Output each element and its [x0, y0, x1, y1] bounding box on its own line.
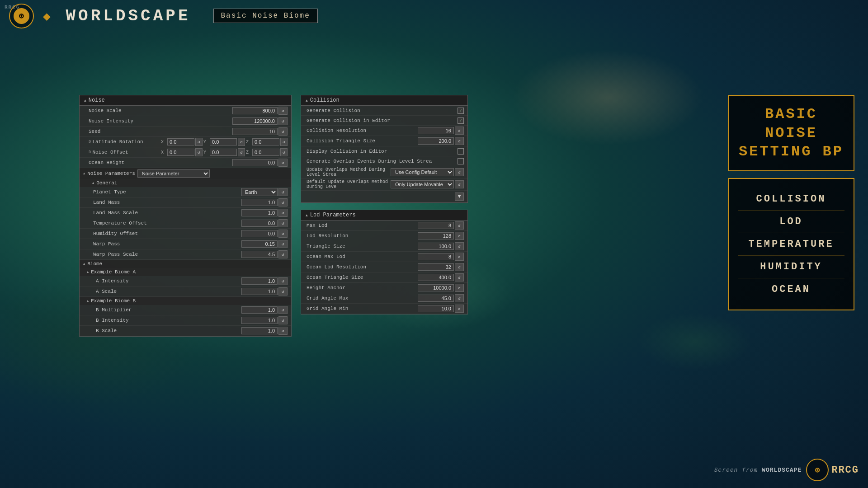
grid-angle-min-input[interactable]: [418, 305, 454, 312]
a-scale-btn[interactable]: ↺: [278, 287, 288, 296]
land-mass-scale-input[interactable]: [241, 209, 278, 216]
b-multiplier-label: B Multiplier: [96, 307, 241, 313]
offset-z-btn[interactable]: ↺: [280, 148, 288, 156]
menu-ocean[interactable]: OCEAN: [738, 278, 844, 300]
height-anchor-input[interactable]: [418, 284, 454, 291]
b-scale-input[interactable]: [241, 327, 278, 334]
offset-z-input[interactable]: [252, 149, 279, 156]
seed-btn[interactable]: ↺: [278, 127, 288, 136]
lat-z-input[interactable]: [252, 138, 279, 145]
max-lod-input[interactable]: [418, 222, 454, 229]
height-anchor-btn[interactable]: ↺: [455, 284, 464, 292]
planet-type-label: Planet Type: [93, 189, 241, 195]
ocean-triangle-size-btn[interactable]: ↺: [455, 273, 464, 282]
ocean-triangle-size-row: Ocean Triangle Size ↺: [301, 272, 467, 283]
offset-y-btn[interactable]: ↺: [238, 148, 245, 156]
ocean-lod-res-btn[interactable]: ↺: [455, 263, 464, 271]
gen-overlap-checkbox[interactable]: [458, 158, 464, 164]
triangle-size-btn[interactable]: ↺: [455, 242, 464, 250]
max-lod-btn[interactable]: ↺: [455, 221, 464, 230]
collision-res-input[interactable]: [418, 127, 454, 134]
noise-scale-btn[interactable]: ↺: [278, 107, 288, 115]
panels-container: Noise Noise Scale ↺ Noise Intensity ↺ Se…: [79, 95, 468, 337]
update-overlaps-btn[interactable]: ↺: [455, 168, 464, 176]
planet-type-select[interactable]: Earth: [241, 188, 278, 196]
collision-expand-btn[interactable]: ▼: [455, 192, 464, 201]
default-overlaps-btn[interactable]: ↺: [455, 180, 464, 188]
ocean-max-lod-btn[interactable]: ↺: [455, 253, 464, 261]
warp-pass-scale-input[interactable]: [241, 251, 278, 258]
a-scale-input[interactable]: [241, 288, 278, 295]
land-mass-btn[interactable]: ↺: [278, 198, 288, 206]
warp-pass-input[interactable]: [241, 240, 278, 248]
land-mass-input[interactable]: [241, 199, 278, 206]
ocean-height-row: Ocean Height ↺: [80, 158, 291, 168]
a-intensity-input[interactable]: [241, 277, 278, 285]
menu-lod[interactable]: LOD: [738, 211, 844, 233]
lod-res-input[interactable]: [418, 232, 454, 239]
b-multiplier-btn[interactable]: ↺: [278, 306, 288, 314]
warp-pass-scale-btn[interactable]: ↺: [278, 250, 288, 258]
ocean-height-input[interactable]: [232, 159, 278, 166]
noise-intensity-input[interactable]: [232, 117, 278, 125]
gen-collision-editor-checkbox[interactable]: [458, 117, 464, 124]
right-panels: Collision Generate Collision Generate Co…: [301, 95, 468, 337]
land-mass-scale-btn[interactable]: ↺: [278, 209, 288, 217]
a-intensity-btn[interactable]: ↺: [278, 277, 288, 285]
lat-x-btn[interactable]: ↺: [195, 138, 203, 146]
ocean-lod-res-input[interactable]: [418, 263, 454, 271]
b-scale-btn[interactable]: ↺: [278, 327, 288, 335]
lat-z-btn[interactable]: ↺: [280, 138, 288, 146]
noise-scale-row: Noise Scale ↺: [80, 106, 291, 116]
noise-intensity-btn[interactable]: ↺: [278, 117, 288, 125]
gen-collision-checkbox[interactable]: [458, 108, 464, 114]
grid-angle-max-btn[interactable]: ↺: [455, 294, 464, 302]
lat-y-btn[interactable]: ↺: [238, 138, 245, 146]
offset-x-btn[interactable]: ↺: [195, 148, 203, 156]
temp-offset-row: Temperature Offset ↺: [80, 218, 291, 229]
noise-scale-input[interactable]: [232, 107, 278, 114]
a-scale-label: A Scale: [96, 289, 241, 294]
collision-res-btn[interactable]: ↺: [455, 127, 464, 135]
humidity-offset-row: Humidity Offset ↺: [80, 229, 291, 239]
warp-pass-scale-label: Warp Pass Scale: [93, 252, 241, 257]
ocean-max-lod-input[interactable]: [418, 253, 454, 260]
menu-collision[interactable]: COLLISION: [738, 188, 844, 211]
humidity-offset-input[interactable]: [241, 230, 278, 237]
title-box: BASIC NOISE SETTING BP: [728, 95, 854, 171]
example-biome-a-header: Example Biome A: [80, 268, 291, 276]
menu-humidity[interactable]: HUMIDITY: [738, 256, 844, 278]
b-intensity-input[interactable]: [241, 317, 278, 324]
ocean-triangle-size-input[interactable]: [418, 274, 454, 281]
planet-type-btn[interactable]: ↺: [278, 188, 288, 196]
rrcg-logo: ⊕: [806, 459, 829, 481]
triangle-size-input[interactable]: [418, 243, 454, 250]
default-overlaps-select[interactable]: Only Update Movable: [391, 180, 454, 188]
temp-offset-input[interactable]: [241, 220, 278, 227]
lat-x-input[interactable]: [167, 138, 194, 145]
grid-angle-min-btn[interactable]: ↺: [455, 305, 464, 313]
update-overlaps-select[interactable]: Use Config Default: [391, 168, 454, 176]
b-multiplier-input[interactable]: [241, 306, 278, 314]
noise-param-select[interactable]: Noise Parameter: [137, 169, 210, 178]
warp-pass-btn[interactable]: ↺: [278, 240, 288, 248]
b-intensity-btn[interactable]: ↺: [278, 316, 288, 324]
lat-y-input[interactable]: [210, 138, 237, 145]
biome-section-header: Biome: [80, 260, 291, 268]
collision-triangle-btn[interactable]: ↺: [455, 137, 464, 145]
display-collision-checkbox[interactable]: [458, 148, 464, 155]
seed-input[interactable]: [232, 128, 278, 135]
ocean-height-btn[interactable]: ↺: [278, 159, 288, 167]
grid-angle-max-input[interactable]: [418, 295, 454, 302]
update-overlaps-row: Update Overlaps Method During Level Stre…: [301, 166, 467, 178]
collision-triangle-input[interactable]: [418, 137, 454, 145]
temp-offset-btn[interactable]: ↺: [278, 219, 288, 227]
d-icon2: D: [89, 150, 91, 155]
title-line1: BASIC NOISE: [738, 105, 844, 142]
grid-angle-min-row: Grid Angle Min ↺: [301, 304, 467, 314]
offset-y-input[interactable]: [210, 149, 237, 156]
menu-temperature[interactable]: TEMPERATURE: [738, 233, 844, 256]
humidity-offset-btn[interactable]: ↺: [278, 230, 288, 238]
offset-x-input[interactable]: [167, 149, 194, 156]
lod-res-btn[interactable]: ↺: [455, 232, 464, 240]
